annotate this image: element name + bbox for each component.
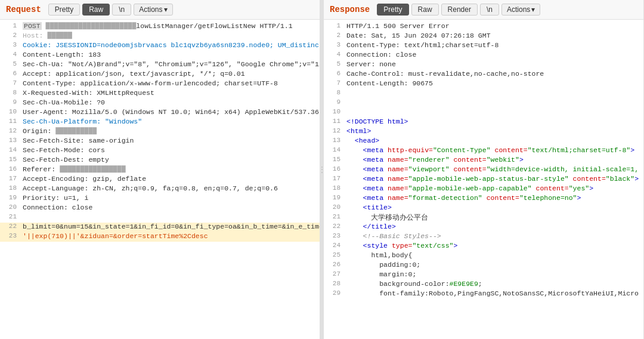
table-row: 3 Cookie: JSESSIONID=node0omjsbrvaacs bl…: [0, 41, 320, 51]
table-row: 20 Connection: close: [0, 204, 320, 213]
response-tab-newline[interactable]: \n: [480, 4, 499, 16]
table-row: 9: [324, 98, 643, 108]
table-row: 23 <!--Basic Styles-->: [324, 232, 643, 242]
table-row: 17 Accept-Encoding: gzip, deflate: [0, 175, 320, 184]
table-row: 14 Sec-Fetch-Mode: cors: [0, 146, 320, 156]
response-title: Response: [330, 5, 370, 14]
table-row: 18 Accept-Language: zh-CN, zh;q=0.9, fa;…: [0, 184, 320, 194]
table-row: 12 Origin: ██████████: [0, 127, 320, 137]
table-row: 22 </title>: [324, 223, 643, 232]
response-tab-raw[interactable]: Raw: [411, 4, 439, 16]
table-row: 24 <style type="text/css">: [324, 242, 643, 251]
request-tab-pretty[interactable]: Pretty: [48, 4, 80, 16]
table-row: 26 padding:0;: [324, 261, 643, 270]
table-row: 9 Sec-Ch-Ua-Mobile: ?0: [0, 98, 320, 108]
table-row: 16 Referer: ████████████████: [0, 165, 320, 175]
table-row: 1 HTTP/1.1 500 Server Error: [324, 22, 643, 32]
table-row: 12 <html>: [324, 127, 643, 137]
table-row: 8: [324, 89, 643, 98]
response-panel: Response Pretty Raw Render \n Actions ▾ …: [324, 0, 644, 339]
table-row: 21: [0, 213, 320, 223]
table-row: 20 <title>: [324, 204, 643, 213]
response-header: Response Pretty Raw Render \n Actions ▾: [324, 0, 643, 20]
table-row: 19 Priority: u=1, i: [0, 194, 320, 204]
request-actions-button[interactable]: Actions ▾: [134, 4, 172, 16]
table-row: 13 Sec-Fetch-Site: same-origin: [0, 137, 320, 146]
table-row: 3 Content-Type: text/html;charset=utf-8: [324, 41, 643, 51]
table-row: 5 Sec-Ch-Ua: "Not/A)Brand";v="8", "Chrom…: [0, 60, 320, 70]
table-row: 6 Cache-Control: must-revalidate,no-cach…: [324, 70, 643, 79]
table-row: 11 Sec-Ch-Ua-Platform: "Windows": [0, 118, 320, 127]
table-row: 2 Date: Sat, 15 Jun 2024 07:26:18 GMT: [324, 32, 643, 41]
table-row: 10: [324, 108, 643, 118]
response-actions-label: Actions: [507, 5, 530, 14]
table-row: 14 <meta http-equiv="Content-Type" conte…: [324, 146, 643, 156]
table-row: 23 '||exp(710)||'&ziduan=&order=startTim…: [0, 232, 320, 242]
table-row: 15 Sec-Fetch-Dest: empty: [0, 156, 320, 165]
request-panel: Request Pretty Raw \n Actions ▾ 1 POST █…: [0, 0, 320, 339]
table-row: 4 Content-Length: 183: [0, 51, 320, 60]
table-row: 18 <meta name="apple-mobile-web-app-capa…: [324, 184, 643, 194]
request-actions-chevron-icon: ▾: [164, 5, 168, 14]
response-content: 1 HTTP/1.1 500 Server Error 2 Date: Sat,…: [324, 20, 643, 339]
table-row: 28 background-color:#E9E9E9;: [324, 280, 643, 289]
response-tab-render[interactable]: Render: [441, 4, 478, 16]
table-row: 19 <meta name="format-detection" content…: [324, 194, 643, 204]
table-row: 8 X-Requested-With: XMLHttpRequest: [0, 89, 320, 98]
request-tab-raw[interactable]: Raw: [82, 4, 110, 16]
table-row: 2 Host: ██████: [0, 32, 320, 41]
table-row: 15 <meta name="renderer" content="webkit…: [324, 156, 643, 165]
table-row: 22 b_limit=0&num=15&in_state=1&in_fi_id=…: [0, 223, 320, 232]
response-tab-pretty[interactable]: Pretty: [377, 4, 408, 16]
table-row: 1 POST ██████████████████████lowListMana…: [0, 22, 320, 32]
table-row: 4 Connection: close: [324, 51, 643, 60]
table-row: 11 <!DOCTYPE html>: [324, 118, 643, 127]
request-title: Request: [6, 5, 41, 14]
request-content: 1 POST ██████████████████████lowListMana…: [0, 20, 320, 339]
table-row: 5 Server: none: [324, 60, 643, 70]
table-row: 7 Content-Type: application/x-www-form-u…: [0, 79, 320, 89]
table-row: 10 User-Agent: Mozilla/5.0 (Windows NT 1…: [0, 108, 320, 118]
request-header: Request Pretty Raw \n Actions ▾: [0, 0, 320, 20]
table-row: 13 <head>: [324, 137, 643, 146]
table-row: 7 Content-Length: 90675: [324, 79, 643, 89]
request-tab-newline[interactable]: \n: [112, 4, 131, 16]
table-row: 17 <meta name="apple-mobile-web-app-stat…: [324, 175, 643, 184]
table-row: 6 Accept: application/json, text/javascr…: [0, 70, 320, 79]
table-row: 25 html,body{: [324, 251, 643, 261]
response-actions-chevron-icon: ▾: [531, 5, 535, 14]
table-row: 21 大学移动办公平台: [324, 213, 643, 223]
request-actions-label: Actions: [139, 5, 162, 14]
table-row: 29 font-family:Roboto,PingFangSC,NotoSan…: [324, 289, 643, 299]
table-row: 27 margin:0;: [324, 270, 643, 280]
table-row: 16 <meta name="viewport" content="width=…: [324, 165, 643, 175]
response-actions-button[interactable]: Actions ▾: [501, 4, 540, 16]
